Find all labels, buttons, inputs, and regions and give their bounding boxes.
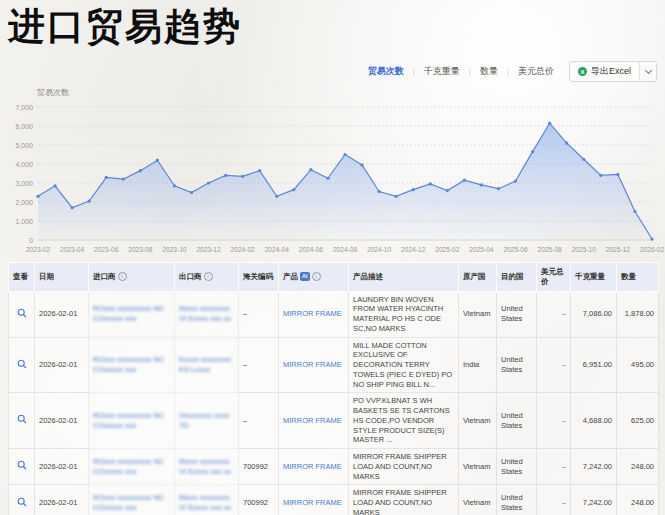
svg-text:6,000: 6,000 xyxy=(15,123,33,130)
import-trade-trend-page: 进口贸易趋势 贸易次数 | 千克重量 | 数量 | 美元总价 X 导出Excel… xyxy=(0,0,665,515)
svg-text:2023-10: 2023-10 xyxy=(162,246,187,253)
chevron-down-icon xyxy=(644,67,651,74)
quantity-cell: 1,878.00 xyxy=(617,291,659,337)
header-dest-country: 目的国 xyxy=(497,263,537,292)
view-detail-button[interactable] xyxy=(17,359,27,372)
view-cell xyxy=(9,291,35,337)
header-importer: 进口商i xyxy=(89,263,175,292)
tab-divider: | xyxy=(413,67,415,76)
export-excel-button[interactable]: X 导出Excel xyxy=(570,62,639,81)
origin-country-cell: Vietnam xyxy=(459,393,497,449)
dest-country-cell: United States xyxy=(497,449,537,485)
export-dropdown-button[interactable] xyxy=(639,62,656,81)
hs-code-cell: 700992 xyxy=(239,485,279,515)
header-date: 日期 xyxy=(35,263,89,292)
usd-total-cell: – xyxy=(537,291,571,337)
view-cell xyxy=(9,337,35,393)
magnifier-icon xyxy=(17,359,27,369)
quantity-cell: 248.00 xyxy=(617,485,659,515)
exporter-cell[interactable]: VIxxxxxxx xxxx TD xyxy=(175,393,239,449)
dest-country-cell: United States xyxy=(497,337,537,393)
svg-text:4,000: 4,000 xyxy=(15,161,33,168)
dest-country-cell: United States xyxy=(497,485,537,515)
importer-cell[interactable]: ROxxx xxxxxxxxx NC COxxxxx xxx xyxy=(89,291,175,337)
svg-text:2023-06: 2023-06 xyxy=(94,246,119,253)
svg-text:0: 0 xyxy=(29,237,33,244)
info-icon[interactable]: i xyxy=(118,272,127,281)
product-cell[interactable]: MIRROR FRAME xyxy=(279,393,349,449)
table-row: 2026-02-01 ROxxx xxxxxxxxx NC COxxxxx xx… xyxy=(9,337,659,393)
usd-total-cell: – xyxy=(537,485,571,515)
origin-country-cell: Vietnam xyxy=(459,291,497,337)
product-cell[interactable]: MIRROR FRAME xyxy=(279,485,349,515)
magnifier-icon xyxy=(17,414,27,424)
product-desc-cell: MILL MADE COTTON EXCLUSIVE OF DECORATION… xyxy=(349,337,459,393)
header-product: 产品AIi xyxy=(279,263,349,292)
hs-code-cell: – xyxy=(239,337,279,393)
chart-metric-toolbar: 贸易次数 | 千克重量 | 数量 | 美元总价 X 导出Excel xyxy=(366,61,657,82)
table-row: 2026-02-01 ROxxx xxxxxxxxx NC COxxxxx xx… xyxy=(9,449,659,485)
importer-cell[interactable]: ROxxx xxxxxxxxx NC COxxxxx xxx xyxy=(89,337,175,393)
header-kg-weight: 千克重量 xyxy=(571,263,617,292)
svg-text:2025-06: 2025-06 xyxy=(503,246,528,253)
svg-text:2023-04: 2023-04 xyxy=(60,246,85,253)
magnifier-icon xyxy=(17,497,27,507)
product-cell[interactable]: MIRROR FRAME xyxy=(279,337,349,393)
table-header-row: 查看 日期 进口商i 出口商i 海关编码 产品AIi 产品描述 原产国 目的国 … xyxy=(9,263,659,292)
svg-text:2024-04: 2024-04 xyxy=(265,246,290,253)
dest-country-cell: United States xyxy=(497,291,537,337)
info-icon[interactable]: i xyxy=(312,272,321,281)
svg-text:3,000: 3,000 xyxy=(15,180,33,187)
view-detail-button[interactable] xyxy=(17,497,27,510)
excel-icon: X xyxy=(578,67,587,76)
svg-text:2023-12: 2023-12 xyxy=(196,246,221,253)
tab-usd-total[interactable]: 美元总价 xyxy=(516,65,556,78)
exporter-cell[interactable]: Kxxxx xxxxxxxx ES Lxxxx xyxy=(175,337,239,393)
view-detail-button[interactable] xyxy=(17,414,27,427)
svg-text:2026-02: 2026-02 xyxy=(640,246,665,253)
kg-weight-cell: 6,951.00 xyxy=(571,337,617,393)
importer-cell[interactable]: ROxxx xxxxxxxxx NC COxxxxx xxx xyxy=(89,393,175,449)
importer-cell[interactable]: ROxxx xxxxxxxxx NC COxxxxx xxx xyxy=(89,449,175,485)
table-row: 2026-02-01 ROxxx xxxxxxxxx NC COxxxxx xx… xyxy=(9,485,659,515)
svg-text:1,000: 1,000 xyxy=(15,218,33,225)
usd-total-cell: – xyxy=(537,449,571,485)
kg-weight-cell: 7,242.00 xyxy=(571,449,617,485)
header-exporter: 出口商i xyxy=(175,263,239,292)
date-cell: 2026-02-01 xyxy=(35,337,89,393)
hs-code-cell: – xyxy=(239,393,279,449)
svg-text:2,000: 2,000 xyxy=(15,199,33,206)
tab-divider: | xyxy=(507,67,509,76)
importer-cell[interactable]: ROxxx xxxxxxxxx NC COxxxxx xxx xyxy=(89,485,175,515)
header-origin-country: 原产国 xyxy=(459,263,497,292)
tab-quantity[interactable]: 数量 xyxy=(478,65,500,78)
view-detail-button[interactable] xyxy=(17,308,27,321)
date-cell: 2026-02-01 xyxy=(35,393,89,449)
view-detail-button[interactable] xyxy=(17,460,27,473)
tab-kg-weight[interactable]: 千克重量 xyxy=(422,65,462,78)
product-desc-cell: LAUNDRY BIN WOVEN FROM WATER HYACINTH MA… xyxy=(349,291,459,337)
exporter-cell[interactable]: INxxx xxxxxxxx VI Exxxx xxx xx xyxy=(175,449,239,485)
origin-country-cell: Vietnam xyxy=(459,449,497,485)
trade-records-table: 查看 日期 进口商i 出口商i 海关编码 产品AIi 产品描述 原产国 目的国 … xyxy=(8,262,659,515)
tab-divider: | xyxy=(469,67,471,76)
view-cell xyxy=(9,393,35,449)
product-cell[interactable]: MIRROR FRAME xyxy=(279,449,349,485)
svg-text:2024-06: 2024-06 xyxy=(299,246,324,253)
product-cell[interactable]: MIRROR FRAME xyxy=(279,291,349,337)
svg-text:2025-04: 2025-04 xyxy=(469,246,494,253)
date-cell: 2026-02-01 xyxy=(35,449,89,485)
info-icon[interactable]: i xyxy=(204,272,213,281)
exporter-cell[interactable]: INxxx xxxxxxxx VI Exxxx xxx xx xyxy=(175,485,239,515)
table-body: 2026-02-01 ROxxx xxxxxxxxx NC COxxxxx xx… xyxy=(9,291,659,515)
header-product-desc: 产品描述 xyxy=(349,263,459,292)
quantity-cell: 495.00 xyxy=(617,337,659,393)
header-hs-code: 海关编码 xyxy=(239,263,279,292)
dest-country-cell: United States xyxy=(497,393,537,449)
header-view: 查看 xyxy=(9,263,35,292)
exporter-cell[interactable]: INxxx xxxxxxxx VI Exxxx xxx xx xyxy=(175,291,239,337)
tab-trade-count[interactable]: 贸易次数 xyxy=(366,65,406,78)
svg-text:2023-08: 2023-08 xyxy=(128,246,153,253)
usd-total-cell: – xyxy=(537,393,571,449)
kg-weight-cell: 7,242.00 xyxy=(571,485,617,515)
